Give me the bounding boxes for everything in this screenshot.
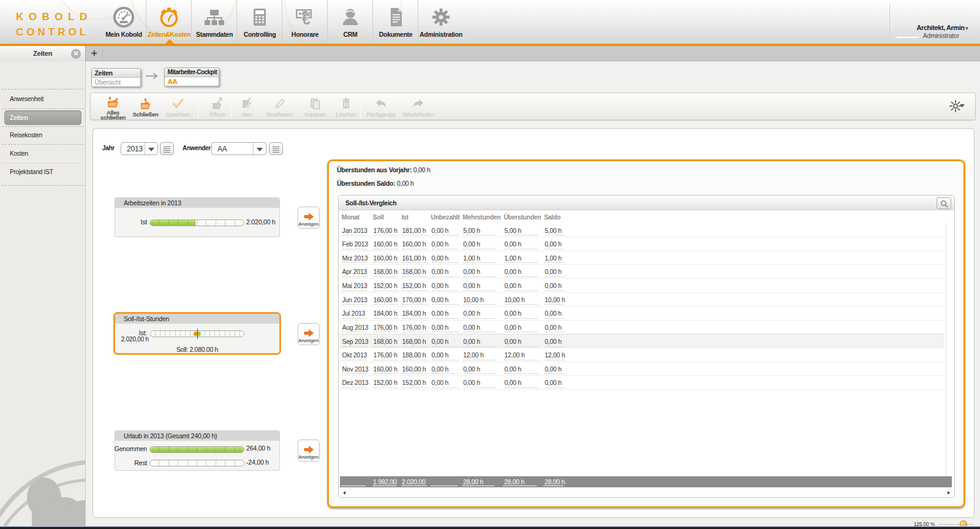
svg-text:€: € — [302, 10, 311, 28]
